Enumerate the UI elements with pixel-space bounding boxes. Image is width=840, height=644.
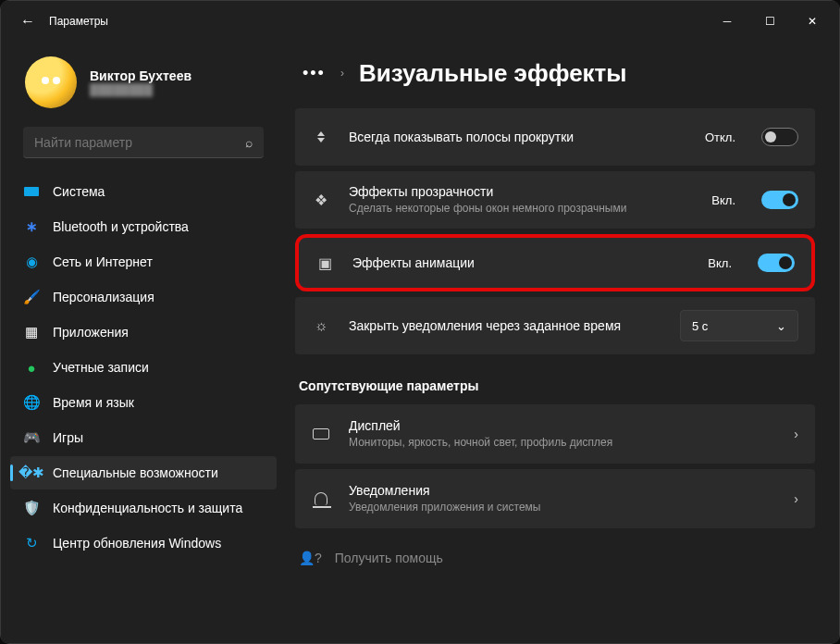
related-title: Уведомления [349, 483, 775, 498]
sidebar-item-9[interactable]: 🛡️Конфиденциальность и защита [10, 491, 277, 525]
toggle-transparency[interactable] [761, 191, 798, 209]
sidebar-item-6[interactable]: 🌐Время и язык [10, 386, 277, 419]
nav-icon: 🌐 [23, 394, 40, 411]
setting-state: Вкл. [711, 193, 735, 207]
sidebar-item-1[interactable]: ∗Bluetooth и устройства [10, 210, 277, 243]
sidebar-item-5[interactable]: ●Учетные записи [10, 351, 277, 384]
close-button[interactable]: ✕ [791, 6, 834, 36]
related-notifications[interactable]: Уведомления Уведомления приложения и сис… [295, 469, 815, 528]
animation-icon: ▣ [315, 254, 334, 272]
back-button[interactable]: ← [14, 7, 42, 35]
setting-state: Откл. [705, 130, 735, 144]
chevron-right-icon: › [794, 491, 798, 506]
sidebar-item-7[interactable]: 🎮Игры [10, 421, 277, 454]
setting-transparency: ❖ Эффекты прозрачности Сделать некоторые… [295, 171, 815, 229]
transparency-icon: ❖ [312, 192, 330, 209]
sidebar-item-3[interactable]: 🖌️Персонализация [10, 280, 277, 314]
profile-name: Виктор Бухтеев [90, 68, 191, 83]
setting-notification-timeout: ☼ Закрыть уведомления через заданное вре… [295, 297, 815, 354]
related-subtitle: Мониторы, яркость, ночной свет, профиль … [349, 435, 775, 450]
setting-animation: ▣ Эффекты анимации Вкл. [295, 234, 815, 291]
toggle-scrollbars[interactable] [761, 128, 798, 146]
related-heading: Сопутствующие параметры [299, 378, 815, 393]
related-subtitle: Уведомления приложения и системы [349, 500, 775, 514]
display-icon [312, 428, 330, 440]
page-title: Визуальные эффекты [359, 59, 627, 88]
chevron-right-icon: › [794, 427, 798, 441]
nav-label: Персонализация [53, 290, 154, 304]
select-notification-timeout[interactable]: 5 с ⌄ [680, 310, 798, 341]
nav-label: Bluetooth и устройства [53, 219, 189, 234]
nav-label: Центр обновления Windows [53, 536, 221, 551]
setting-title: Эффекты анимации [352, 255, 689, 270]
sidebar-item-10[interactable]: ↻Центр обновления Windows [10, 526, 277, 560]
nav-icon: 🛡️ [23, 500, 40, 516]
nav-icon: 🎮 [23, 429, 40, 446]
nav-icon: 🖌️ [23, 289, 40, 305]
search-box[interactable]: ⌕ [23, 127, 264, 158]
nav-icon: ↻ [23, 535, 40, 551]
search-input[interactable] [34, 135, 240, 150]
related-title: Дисплей [349, 418, 775, 433]
nav-icon: �✱ [23, 464, 40, 481]
breadcrumb-overflow-button[interactable]: ••• [303, 64, 326, 83]
window-title: Параметры [49, 15, 108, 28]
nav-label: Игры [53, 430, 83, 445]
help-label: Получить помощь [335, 551, 443, 565]
toggle-animation[interactable] [758, 254, 795, 272]
sidebar-item-4[interactable]: ▦Приложения [10, 316, 277, 349]
help-icon: 👤? [299, 551, 322, 565]
setting-title: Всегда показывать полосы прокрутки [349, 130, 686, 144]
maximize-button[interactable]: ☐ [748, 6, 791, 36]
profile-block[interactable]: Виктор Бухтеев ████████ [10, 49, 277, 119]
chevron-right-icon: › [340, 67, 344, 80]
select-value: 5 с [692, 319, 708, 333]
setting-title: Эффекты прозрачности [349, 184, 693, 199]
nav-icon: ◉ [23, 254, 40, 270]
setting-subtitle: Сделать некоторые фоны окон немного проз… [349, 201, 693, 216]
help-link[interactable]: 👤? Получить помощь [295, 534, 815, 565]
nav-label: Время и язык [53, 395, 134, 410]
minimize-button[interactable]: ─ [706, 6, 748, 36]
sidebar-item-0[interactable]: Система [10, 175, 277, 208]
nav-icon [23, 187, 40, 196]
nav-label: Конфиденциальность и защита [53, 501, 242, 515]
setting-title: Закрыть уведомления через заданное время [349, 318, 661, 333]
nav-label: Специальные возможности [53, 465, 218, 480]
setting-state: Вкл. [708, 256, 732, 270]
nav-label: Учетные записи [53, 360, 149, 375]
search-icon: ⌕ [245, 135, 253, 150]
nav-label: Приложения [53, 325, 129, 340]
nav-icon: ● [23, 360, 40, 376]
related-display[interactable]: Дисплей Мониторы, яркость, ночной свет, … [295, 404, 815, 464]
scroll-icon [312, 131, 330, 142]
sidebar-item-2[interactable]: ◉Сеть и Интернет [10, 245, 277, 279]
nav-icon: ∗ [23, 218, 40, 235]
sidebar-item-8[interactable]: �✱Специальные возможности [10, 456, 277, 489]
brightness-icon: ☼ [312, 317, 330, 334]
profile-email: ████████ [90, 83, 191, 96]
setting-scrollbars: Всегда показывать полосы прокрутки Откл. [295, 108, 815, 166]
nav-label: Сеть и Интернет [53, 254, 153, 269]
bell-icon [312, 492, 330, 505]
avatar [25, 56, 77, 108]
chevron-down-icon: ⌄ [776, 319, 786, 333]
nav-icon: ▦ [23, 324, 40, 341]
nav-label: Система [53, 184, 105, 199]
